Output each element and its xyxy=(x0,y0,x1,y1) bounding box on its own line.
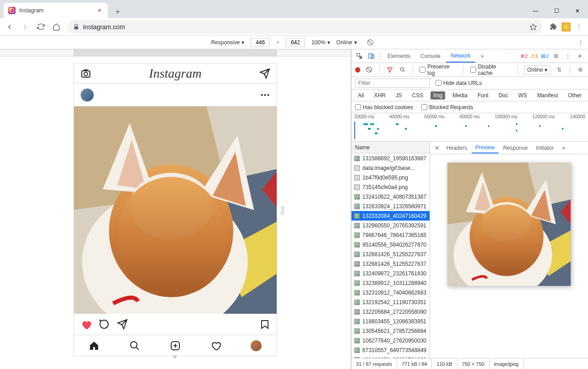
back-button[interactable] xyxy=(3,20,16,34)
new-tab-button[interactable]: + xyxy=(111,5,124,18)
post-more-icon[interactable]: ••• xyxy=(261,91,270,99)
profile-icon[interactable] xyxy=(251,340,262,351)
type-filter-js[interactable]: JS xyxy=(393,91,405,100)
home-button[interactable] xyxy=(49,20,63,34)
maximize-button[interactable]: ☐ xyxy=(546,4,567,18)
camera-icon[interactable] xyxy=(80,68,91,79)
request-row[interactable]: data:image/gif;base... xyxy=(352,163,430,173)
error-badge[interactable]: ⊗2 xyxy=(520,53,529,59)
request-row[interactable]: 132960550_20765392591 xyxy=(352,221,430,230)
request-row[interactable]: 132681426_51255227637 xyxy=(352,249,430,259)
request-row[interactable]: 131586692_19590163887 xyxy=(352,153,430,163)
tab-network[interactable]: Network xyxy=(446,50,475,63)
type-filter-ws[interactable]: WS xyxy=(515,91,530,100)
resize-handle-icon[interactable]: ‖ xyxy=(280,207,285,212)
throttle-select[interactable]: Online ▾ xyxy=(336,39,357,46)
type-filter-css[interactable]: CSS xyxy=(410,91,426,100)
close-tab-icon[interactable]: ✕ xyxy=(96,7,103,14)
request-row[interactable]: 118803455_12086383951 xyxy=(352,316,430,326)
request-row[interactable]: 95140556_594026277870 xyxy=(352,240,430,249)
browser-tab[interactable]: Instagram ✕ xyxy=(4,3,108,18)
record-button[interactable] xyxy=(355,67,361,73)
reload-button[interactable] xyxy=(34,20,47,34)
tab-more-icon[interactable]: » xyxy=(476,50,488,62)
updown-icon[interactable]: ⇅ xyxy=(555,66,563,74)
bookmark-icon[interactable] xyxy=(259,319,270,330)
star-icon[interactable] xyxy=(530,23,537,31)
device-select[interactable]: Responsive ▾ xyxy=(211,39,244,46)
user-avatar[interactable] xyxy=(80,88,94,102)
activity-icon[interactable] xyxy=(210,340,221,351)
type-filter-other[interactable]: Other xyxy=(565,91,584,100)
network-settings-icon[interactable]: ⚙ xyxy=(577,66,584,74)
comment-icon[interactable] xyxy=(99,319,110,330)
device-more-icon[interactable]: ⋮ xyxy=(578,39,583,46)
new-post-icon[interactable] xyxy=(170,340,181,351)
rotate-icon[interactable] xyxy=(363,36,377,49)
type-filter-manifest[interactable]: Manifest xyxy=(535,91,561,100)
filter-icon[interactable] xyxy=(386,66,394,74)
request-row[interactable]: 1b47f9d0e595.png xyxy=(352,173,430,182)
request-row[interactable]: 132409872_23261761830 xyxy=(352,269,430,278)
type-filter-all[interactable]: All xyxy=(355,91,367,100)
request-row[interactable]: 132681426_51255227637 xyxy=(352,259,430,269)
extensions-icon[interactable] xyxy=(549,22,558,32)
network-throttle-select[interactable]: Online▾ xyxy=(524,65,551,74)
devtools-close-icon[interactable]: ✕ xyxy=(574,51,585,62)
request-row[interactable]: 735145cfe0a4.png xyxy=(352,182,430,192)
request-row[interactable]: 67310557_649773548849 xyxy=(352,345,430,355)
info-badge[interactable]: ▤2 xyxy=(540,53,550,59)
home-icon[interactable] xyxy=(89,340,100,351)
tab-initiator[interactable]: Initiator xyxy=(532,143,557,153)
minimize-button[interactable]: — xyxy=(525,4,546,18)
device-toggle-icon[interactable] xyxy=(366,51,377,62)
close-detail-icon[interactable]: ✕ xyxy=(432,145,442,151)
tab-headers[interactable]: Headers xyxy=(443,143,471,153)
request-row[interactable]: 132633924_11326580971 xyxy=(352,201,430,211)
blocked-requests-checkbox[interactable]: Blocked Requests xyxy=(421,104,473,111)
tab-preview[interactable]: Preview xyxy=(472,142,499,153)
clear-icon[interactable] xyxy=(365,66,373,74)
filter-input[interactable] xyxy=(355,79,430,88)
tab-console[interactable]: Console xyxy=(416,50,445,62)
request-row[interactable]: 79867646_786417385165 xyxy=(352,230,430,240)
settings-icon[interactable]: ⚙ xyxy=(551,51,562,62)
request-row[interactable]: 132409872_23261761830 xyxy=(352,355,430,358)
request-row[interactable]: 130545621_27857256684 xyxy=(352,326,430,336)
hide-data-urls-checkbox[interactable]: Hide data URLs xyxy=(436,80,482,86)
type-filter-font[interactable]: Font xyxy=(475,91,491,100)
request-row[interactable]: 106277640_27620950030 xyxy=(352,336,430,345)
preserve-log-checkbox[interactable]: Preserve log xyxy=(420,63,457,76)
request-row[interactable]: 132389912_10311288940 xyxy=(352,278,430,288)
inspect-icon[interactable] xyxy=(354,51,365,62)
viewport-height-input[interactable] xyxy=(286,38,305,47)
type-filter-doc[interactable]: Doc xyxy=(496,91,511,100)
network-timeline[interactable]: 20000 ms40000 ms60000 ms80000 ms100000 m… xyxy=(352,113,588,142)
blocked-cookies-checkbox[interactable]: Has blocked cookies xyxy=(355,104,413,111)
search-toolbar-icon[interactable] xyxy=(399,66,406,74)
disable-cache-checkbox[interactable]: Disable cache xyxy=(470,63,511,76)
viewport-width-input[interactable] xyxy=(251,38,270,47)
type-filter-img[interactable]: Img xyxy=(430,91,445,100)
address-bar[interactable]: instagram.com xyxy=(68,20,542,34)
like-button[interactable] xyxy=(80,319,91,330)
request-row[interactable]: 132205684_27220558090 xyxy=(352,307,430,316)
feed-image[interactable] xyxy=(74,106,277,314)
drag-handle-icon[interactable]: ≡ xyxy=(173,353,178,360)
forward-button[interactable] xyxy=(18,20,32,34)
devtools-menu-icon[interactable]: ⋮ xyxy=(562,51,573,62)
extension-badge-icon[interactable] xyxy=(562,22,571,32)
share-icon[interactable] xyxy=(117,319,128,330)
detail-more-icon[interactable]: » xyxy=(558,143,569,153)
close-window-button[interactable]: ✕ xyxy=(567,4,588,18)
tab-response[interactable]: Response xyxy=(499,143,531,153)
chrome-menu-icon[interactable]: ⋮ xyxy=(574,22,583,32)
warning-badge[interactable]: ⚠5 xyxy=(530,53,539,59)
type-filter-media[interactable]: Media xyxy=(450,91,470,100)
zoom-select[interactable]: 100% ▾ xyxy=(311,39,330,46)
request-row[interactable]: 132410622_40807351367 xyxy=(352,192,430,201)
search-icon[interactable] xyxy=(129,340,140,351)
request-row[interactable]: 132192542_11190730351 xyxy=(352,297,430,307)
tab-elements[interactable]: Elements xyxy=(383,50,415,62)
request-row[interactable]: 132310912_74040662683 xyxy=(352,288,430,297)
